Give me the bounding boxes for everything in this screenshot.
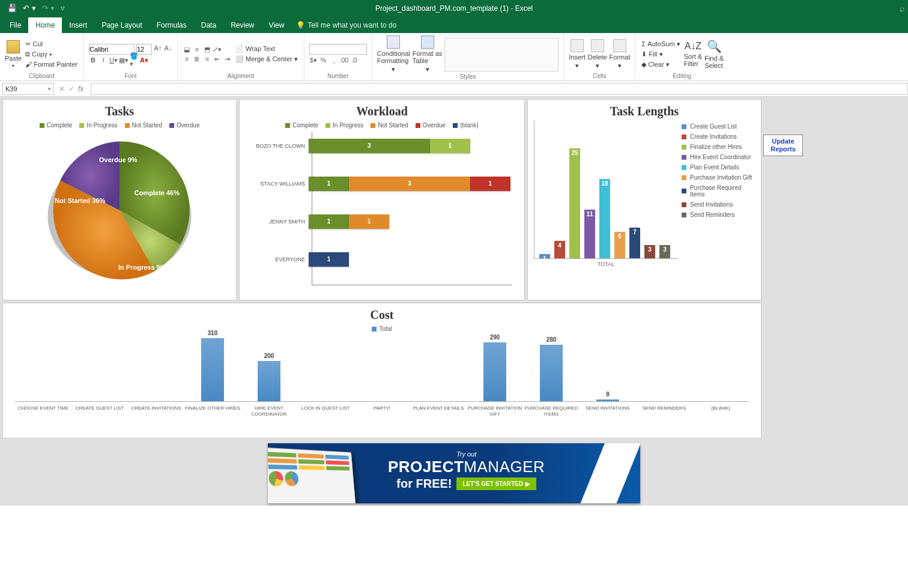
tab-review[interactable]: Review (223, 17, 261, 33)
pie-label-complete: Complete 46% (135, 189, 180, 197)
cost-legend: Total (3, 324, 761, 336)
tab-home[interactable]: Home (28, 17, 62, 33)
insert-cells-button[interactable]: Insert▾ (569, 39, 586, 70)
pie-label-overdue: Overdue 9% (99, 156, 138, 164)
dec-decimal-icon[interactable]: .0 (350, 56, 359, 64)
lengths-bar: 11 (584, 210, 595, 258)
pie-label-notstarted: Not Started 36% (55, 197, 105, 205)
tab-pagelayout[interactable]: Page Layout (94, 17, 149, 33)
font-color-button[interactable]: A▾ (140, 56, 148, 64)
wrap-text-button[interactable]: 📄 Wrap Text (234, 44, 299, 53)
align-bottom-icon[interactable]: ⬒ (203, 45, 211, 53)
worksheet[interactable]: Tasks Complete In Progress Not Started O… (0, 97, 908, 506)
lengths-bar: 1 (539, 254, 550, 258)
bold-button[interactable]: B (89, 56, 97, 64)
align-center-icon[interactable]: ≣ (193, 55, 201, 63)
align-left-icon[interactable]: ≡ (183, 55, 191, 63)
increase-font-icon[interactable]: A↑ (154, 44, 162, 52)
tab-insert[interactable]: Insert (62, 17, 94, 33)
workload-plot: BOZO THE CLOWN31STACY WILLIAMS131JENNY S… (240, 132, 524, 291)
paste-button[interactable]: Paste▾ (5, 40, 22, 68)
fill-color-button[interactable]: 🪣▾ (130, 56, 138, 64)
number-format-select[interactable] (309, 44, 367, 55)
tab-data[interactable]: Data (194, 17, 223, 33)
banner-screenshot (268, 447, 356, 503)
cost-plot: 3102002902808 (15, 336, 749, 402)
chart-title: Tasks (3, 100, 236, 121)
copy-button[interactable]: ⧉ Copy ▾ (24, 50, 79, 59)
orientation-icon[interactable]: ⤢▾ (213, 45, 222, 53)
delete-cells-button[interactable]: Delete▾ (588, 39, 607, 70)
underline-button[interactable]: U▾ (109, 56, 118, 64)
conditional-formatting-button[interactable]: Conditional Formatting▾ (377, 35, 410, 73)
tasks-chart[interactable]: Tasks Complete In Progress Not Started O… (2, 99, 237, 300)
name-box[interactable]: K39▾ (2, 83, 54, 95)
group-cells: Insert▾ Delete▾ Format▾ Cells (564, 33, 635, 80)
lengths-bar: 3 (644, 245, 655, 258)
tasks-legend: Complete In Progress Not Started Overdue (3, 121, 236, 132)
undo-icon[interactable]: ↶ ▾ (23, 4, 36, 13)
update-reports-button[interactable]: Update Reports (763, 135, 803, 156)
autosum-button[interactable]: Σ AutoSum ▾ (640, 40, 681, 49)
formula-input[interactable] (91, 83, 908, 95)
tab-formulas[interactable]: Formulas (150, 17, 194, 33)
indent-dec-icon[interactable]: ⇤ (213, 55, 222, 63)
bulb-icon: 💡 (296, 21, 305, 29)
clear-button[interactable]: ◆ Clear ▾ (640, 60, 681, 69)
align-right-icon[interactable]: ≡ (203, 55, 211, 63)
cta-button[interactable]: LET'S GET STARTED ▶ (456, 477, 536, 490)
group-editing: Σ AutoSum ▾ ⬇ Fill ▾ ◆ Clear ▾ A↓ZSort &… (635, 33, 728, 80)
indent-inc-icon[interactable]: ⇥ (223, 55, 232, 63)
border-button[interactable]: ▦▾ (120, 56, 128, 64)
lengths-bar: 6 (614, 232, 625, 258)
workload-row: STACY WILLIAMS131 (252, 170, 512, 197)
cost-chart[interactable]: Cost Total 3102002902808 CHOOSE EVENT TI… (2, 303, 761, 438)
pie-label-inprogress: In Progress 9% (118, 264, 166, 271)
qat-customize-icon[interactable]: ▿ (61, 4, 65, 13)
group-styles: Conditional Formatting▾ Format as Table▾… (372, 33, 564, 80)
tab-file[interactable]: File (2, 17, 28, 33)
align-middle-icon[interactable]: ≡ (193, 45, 201, 53)
insert-icon (571, 39, 584, 52)
fx-enter-icon[interactable]: ✓ (68, 85, 74, 93)
percent-icon[interactable]: % (319, 56, 328, 64)
group-alignment: ⬓ ≡ ⬒ ⤢▾ ≡ ≣ ≡ ⇤ ⇥ 📄 Wrap Text ⬜ Merge &… (178, 33, 304, 80)
comma-icon[interactable]: , (330, 56, 338, 64)
format-painter-button[interactable]: 🖌 Format Painter (24, 60, 79, 68)
tell-me[interactable]: 💡Tell me what you want to do (291, 17, 401, 33)
format-cells-button[interactable]: Format▾ (610, 39, 631, 70)
currency-icon[interactable]: $▾ (309, 56, 318, 64)
group-number: $▾ % , .00 .0 Number (304, 33, 372, 80)
delete-icon (591, 39, 604, 52)
workload-chart[interactable]: Workload Complete In Progress Not Starte… (239, 99, 525, 300)
align-top-icon[interactable]: ⬓ (183, 45, 191, 53)
ribbon: Paste▾ ✂ Cut ⧉ Copy ▾ 🖌 Format Painter C… (0, 33, 908, 81)
fill-button[interactable]: ⬇ Fill ▾ (640, 50, 681, 59)
cut-button[interactable]: ✂ Cut (24, 40, 79, 49)
font-size-select[interactable] (136, 44, 152, 55)
lengths-bar: 18 (599, 179, 610, 258)
cf-icon (387, 35, 400, 49)
paste-icon (7, 40, 20, 53)
format-as-table-button[interactable]: Format as Table▾ (413, 35, 443, 73)
titlebar: 💾 ↶ ▾ ↷ ▾ ▿ Project_dashboard_PM.com_tem… (0, 0, 908, 16)
font-name-select[interactable] (89, 44, 135, 55)
merge-center-button[interactable]: ⬜ Merge & Center ▾ (234, 55, 299, 64)
lengths-chart[interactable]: Task Lengths 142511186733 TOTAL Create G… (527, 99, 761, 300)
lengths-plot: 142511186733 (534, 121, 678, 259)
italic-button[interactable]: I (99, 56, 107, 64)
cell-styles-gallery[interactable] (444, 38, 558, 71)
fx-icon[interactable]: fx (78, 85, 83, 93)
fx-cancel-icon[interactable]: ✕ (59, 85, 65, 93)
save-icon[interactable]: 💾 (7, 4, 17, 13)
workload-row: EVERYONE1 (252, 246, 512, 273)
redo-icon[interactable]: ↷ ▾ (42, 4, 55, 13)
promo-banner[interactable]: Try out PROJECTMANAGER for FREE! LET'S G… (268, 443, 640, 503)
decrease-font-icon[interactable]: A↓ (164, 44, 172, 52)
find-select-button[interactable]: 🔍Find & Select (704, 39, 724, 69)
window-help-icon[interactable]: ⌕ (900, 4, 904, 13)
tab-view[interactable]: View (262, 17, 292, 33)
inc-decimal-icon[interactable]: .00 (340, 56, 348, 64)
sort-filter-button[interactable]: A↓ZSort & Filter (684, 41, 703, 67)
lengths-bar: 3 (659, 245, 670, 258)
